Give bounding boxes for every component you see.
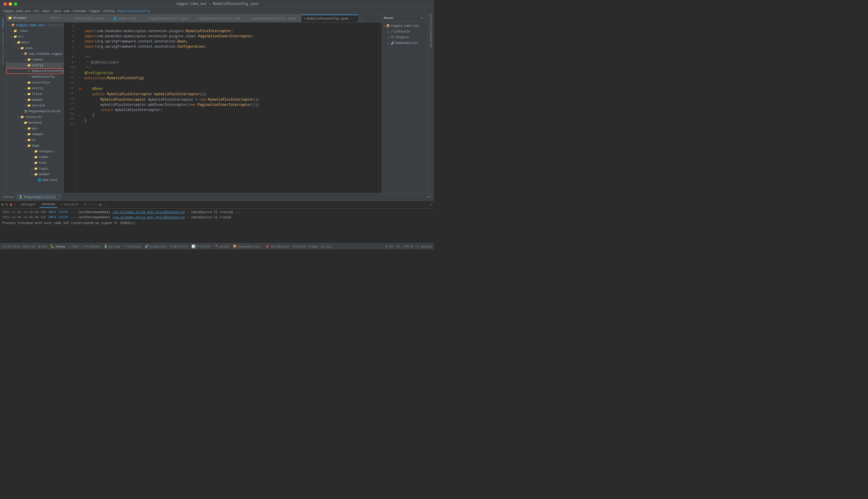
step-down-icon[interactable]: ↓ bbox=[91, 203, 93, 206]
notifications-tab[interactable]: Notifications bbox=[428, 14, 434, 32]
window-controls[interactable] bbox=[3, 2, 17, 6]
tab-close-icon[interactable]: × bbox=[189, 17, 191, 20]
tree-item-webmvcconfig[interactable]: ☕ WebMvcConfig bbox=[6, 74, 63, 80]
profiler-btn[interactable]: 📊 Profiler bbox=[191, 245, 212, 248]
breadcrumb-item-current[interactable]: MybatisPlusConfig bbox=[118, 10, 150, 13]
log-source[interactable]: com.alibaba.druid.pool.DruidDataSource bbox=[112, 210, 185, 215]
tree-item-common[interactable]: ▸ 📁 common bbox=[6, 57, 63, 62]
tree-item-mybatisplusconfig[interactable]: ⚙ MybatisPlusConfig bbox=[6, 68, 63, 74]
close-button[interactable] bbox=[3, 2, 7, 6]
tree-item-login[interactable]: ▸ 📁 login bbox=[6, 166, 63, 171]
tree-item-food[interactable]: ▸ 📁 food bbox=[6, 160, 63, 166]
breadcrumb-item[interactable]: config bbox=[103, 10, 115, 13]
tree-item-entity[interactable]: ▸ 📁 entity bbox=[6, 85, 63, 91]
tree-item-package[interactable]: ▾ 📦 com.itheima.reggie bbox=[6, 51, 63, 57]
tab-logincheck[interactable]: ☕ LoginCheckFilter.java × bbox=[143, 15, 194, 22]
services-btn[interactable]: ⚙ Services bbox=[170, 245, 188, 248]
minimize-button[interactable] bbox=[9, 2, 12, 6]
debug-session-tab[interactable]: 🍃 ReggieApplication × bbox=[17, 195, 61, 199]
maximize-button[interactable] bbox=[14, 2, 17, 6]
tree-item-main[interactable]: ▾ 📁 main bbox=[6, 39, 63, 45]
settings-icon[interactable]: ⚙ bbox=[427, 195, 429, 199]
database-tab[interactable]: Database bbox=[428, 32, 434, 49]
tab-reggieapp[interactable]: ☕ ReggieApplication.java × bbox=[194, 15, 247, 22]
fold-icon[interactable]: ▾ bbox=[79, 56, 80, 59]
breadcrumb-item[interactable]: reggie bbox=[89, 10, 100, 13]
maven-item-root[interactable]: ▾ 📦 reggie_take_out bbox=[383, 23, 427, 29]
tab-close-icon[interactable]: × bbox=[242, 17, 244, 20]
tree-item-java[interactable]: ▾ 📁 java bbox=[6, 45, 63, 51]
tree-item-page[interactable]: ▾ 📁 page bbox=[6, 143, 63, 148]
tab-mybatisplusconfig[interactable]: ⚙ MybatisPlusConfig.java ✓ × bbox=[301, 15, 358, 22]
frames-icon[interactable]: ▤ bbox=[99, 203, 101, 206]
pause-icon[interactable]: ⏸ bbox=[5, 203, 8, 206]
maven-settings-icon[interactable]: ⚙ bbox=[421, 16, 423, 20]
terminal-btn[interactable]: ⌨ Terminal bbox=[123, 245, 141, 248]
dependencies-btn[interactable]: 📦 Dependencies bbox=[233, 245, 260, 248]
todo-btn[interactable]: ☑ TODO bbox=[68, 245, 79, 248]
tree-item-controller[interactable]: ▸ 📁 controller bbox=[6, 80, 63, 85]
breadcrumb-item[interactable]: reggie_take_out bbox=[2, 10, 31, 13]
tree-item-category[interactable]: ▸ 📁 category bbox=[6, 148, 63, 154]
tab-close-icon[interactable]: × bbox=[138, 17, 140, 20]
tree-item-root[interactable]: ▾ 📦 reggie_take_out ~/Desktop/项目/reggie_… bbox=[6, 22, 63, 28]
encoding-indicator[interactable]: UTF-8 bbox=[404, 245, 413, 248]
toolbar-btn-expand[interactable]: ⊞ bbox=[51, 16, 53, 20]
build-btn[interactable]: 🔨 Build bbox=[215, 245, 229, 248]
tree-item-config[interactable]: ▾ 📁 config bbox=[6, 62, 63, 68]
bookmarks-icon[interactable]: Bookmarks bbox=[0, 31, 6, 48]
indent-indicator[interactable]: 4 spaces bbox=[416, 245, 432, 248]
log-source[interactable]: com.alibaba.druid.pool.DruidDataSource bbox=[112, 215, 185, 220]
tree-item-resources[interactable]: ▾ 📁 resources bbox=[6, 114, 63, 120]
tree-item-filter[interactable]: ▸ 📁 filter bbox=[6, 91, 63, 97]
editor-scrollbar[interactable] bbox=[379, 22, 382, 193]
run-btn[interactable]: ▶ Run bbox=[39, 245, 47, 248]
project-icon[interactable]: Project bbox=[0, 15, 6, 30]
tree-item-api[interactable]: ▸ 📁 api bbox=[6, 126, 63, 131]
tab-settings-icon[interactable]: ⋯ bbox=[362, 19, 364, 22]
tree-item-addhtml[interactable]: ▸ 🌐 add.html bbox=[6, 177, 63, 183]
debugger-tab[interactable]: Debugger bbox=[19, 201, 38, 208]
maven-item-plugins[interactable]: ▸ 🔌 Plugins bbox=[383, 34, 427, 40]
line-sep-indicator[interactable]: LF bbox=[396, 245, 400, 248]
tree-item-js[interactable]: ▸ 📁 js bbox=[6, 137, 63, 143]
tree-item-backend[interactable]: ▾ 📁 backend bbox=[6, 120, 63, 126]
breadcrumb-item[interactable]: com bbox=[64, 10, 70, 13]
toolbar-btn-close[interactable]: — bbox=[60, 16, 62, 20]
breadcrumb-item[interactable]: main bbox=[43, 10, 50, 13]
minimize-icon[interactable]: — bbox=[430, 195, 432, 199]
debug-btn[interactable]: 🐛 Debug bbox=[50, 245, 65, 248]
tab-close-icon[interactable]: × bbox=[354, 17, 356, 20]
console-tab[interactable]: Console bbox=[40, 201, 57, 208]
tab-index[interactable]: 🌐 index.html × bbox=[111, 15, 143, 22]
maximize-icon[interactable]: ⤢ bbox=[430, 203, 432, 206]
fold-icon[interactable]: ▾ bbox=[79, 114, 80, 117]
toolbar-btn-collapse[interactable]: ≡ bbox=[54, 16, 56, 20]
version-control-btn[interactable]: ⎇ Version Control bbox=[2, 245, 35, 248]
console-output[interactable]: 2022-11-04 14:38:48.320 INFO 22570 --- [… bbox=[0, 208, 434, 243]
actuator-tab[interactable]: ⚡ Actuator bbox=[59, 201, 81, 208]
fold-icon[interactable]: ▾ bbox=[79, 93, 80, 96]
tab-close-icon[interactable]: × bbox=[57, 195, 59, 199]
tree-item-images[interactable]: ▸ 📁 images bbox=[6, 131, 63, 137]
tree-item-service[interactable]: ▸ 📁 service bbox=[6, 103, 63, 108]
tree-item-combo[interactable]: ▸ 📁 combo bbox=[6, 154, 63, 160]
tree-item-mapper[interactable]: ▸ 📁 mapper bbox=[6, 97, 63, 103]
endpoints-btn[interactable]: 🔗 Endpoints bbox=[145, 245, 166, 248]
toolbar-btn-settings[interactable]: ⚙ bbox=[57, 16, 59, 20]
tree-item-member[interactable]: ▾ 📁 member bbox=[6, 171, 63, 177]
stop-icon[interactable]: ⏹ bbox=[10, 203, 13, 206]
tab-close-icon[interactable]: × bbox=[107, 17, 108, 20]
breadcrumb-item[interactable]: itheima bbox=[73, 10, 86, 13]
step-into-icon[interactable]: ↗ bbox=[93, 203, 95, 206]
tree-item-idea[interactable]: ▸ 📁 .idea bbox=[6, 28, 63, 34]
maven-item-lifecycle[interactable]: ▸ ⚡ Lifecycle bbox=[383, 29, 427, 34]
step-over-icon[interactable]: ≡ bbox=[84, 203, 86, 206]
fold-icon[interactable]: ▸ bbox=[79, 46, 80, 48]
position-indicator[interactable]: 9:13 bbox=[385, 245, 393, 248]
more-icon[interactable]: ⋯ bbox=[96, 203, 98, 206]
maven-close-icon[interactable]: — bbox=[424, 16, 426, 20]
tab-close-icon[interactable]: × bbox=[297, 17, 299, 20]
breadcrumb-item[interactable]: java bbox=[53, 10, 61, 13]
tree-item-reggieapp[interactable]: ▸ 🍃 ReggieApplication bbox=[6, 108, 63, 114]
